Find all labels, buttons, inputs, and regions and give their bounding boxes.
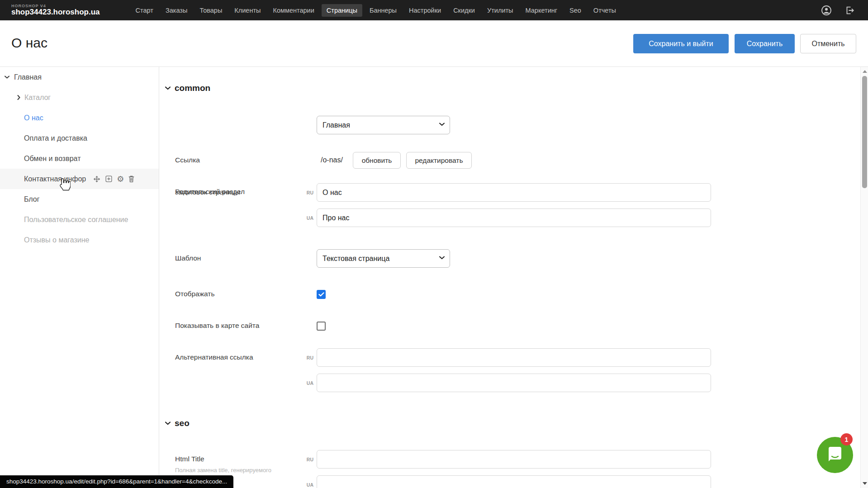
page-edit-form: common Родительский раздел Главная docum… — [160, 67, 860, 488]
nav-item-orders[interactable]: Заказы — [161, 4, 192, 17]
nav-item-banners[interactable]: Баннеры — [365, 4, 402, 17]
save-button[interactable]: Сохранить — [735, 34, 795, 53]
display-label: Отображать — [175, 290, 215, 298]
nav-item-comments[interactable]: Комментарии — [268, 4, 319, 17]
link-refresh-button[interactable]: обновить — [353, 152, 401, 169]
tree-item-oplata[interactable]: Оплата и доставка — [0, 128, 159, 148]
link-path-value: /o-nas/ — [321, 156, 343, 164]
alt-link-ua-input[interactable] — [317, 374, 711, 392]
tree-item-label: Контактная инфор — [24, 175, 86, 183]
nav-item-utilities[interactable]: Утилиты — [482, 4, 518, 17]
nav-item-seo[interactable]: Seo — [564, 4, 586, 17]
sitemap-checkbox[interactable] — [317, 322, 326, 331]
html-title-ru-input[interactable] — [317, 450, 711, 469]
tree-item-label: Оплата и доставка — [24, 134, 87, 142]
alt-link-ru-input[interactable] — [317, 348, 711, 367]
chevron-down-icon[interactable] — [4, 76, 10, 79]
top-nav-bar: HOROSHOP V4 shop34423.horoshop.ua Старт … — [0, 0, 868, 20]
nav-item-clients[interactable]: Клиенты — [229, 4, 266, 17]
move-icon[interactable] — [93, 175, 101, 183]
sitemap-label: Показывать в карте сайта — [175, 322, 259, 330]
chat-unread-badge: 1 — [840, 433, 853, 445]
nav-item-reports[interactable]: Отчеты — [588, 4, 621, 17]
tree-item-label: Каталог — [24, 94, 51, 102]
page-heading-ua-input[interactable] — [317, 208, 711, 227]
parent-section-select[interactable]: Главная — [317, 116, 450, 134]
link-label: Ссылка — [175, 156, 200, 164]
tree-item-label: Пользовательское соглашение — [24, 216, 128, 224]
nav-item-start[interactable]: Старт — [131, 4, 158, 17]
nav-item-pages[interactable]: Страницы — [322, 4, 362, 17]
lang-badge-ru: RU — [295, 355, 313, 360]
scrollbar-thumb[interactable] — [862, 76, 867, 188]
nav-item-discounts[interactable]: Скидки — [448, 4, 480, 17]
scroll-up-arrow-icon[interactable] — [863, 70, 867, 73]
section-title: common — [175, 83, 210, 93]
logout-icon[interactable] — [844, 5, 854, 15]
vertical-scrollbar[interactable] — [860, 67, 868, 488]
page-heading-label: заголовок страницы — [175, 188, 240, 196]
tree-item-label: Блог — [24, 195, 40, 204]
tree-item-otzyvy[interactable]: Отзывы о магазине — [0, 230, 159, 250]
cancel-button[interactable]: Отменить — [800, 34, 856, 53]
brand-shop-domain: shop34423.horoshop.ua — [11, 8, 100, 16]
nav-item-marketing[interactable]: Маркетинг — [521, 4, 563, 17]
tree-item-label: Главная — [14, 73, 42, 81]
display-checkbox[interactable] — [317, 290, 326, 299]
tree-item-obmen[interactable]: Обмен и возврат — [0, 148, 159, 169]
tree-item-glavnaya[interactable]: Главная — [0, 67, 159, 87]
page-header: О нас Сохранить и выйти Сохранить Отмени… — [0, 20, 868, 67]
main-menu: Старт Заказы Товары Клиенты Комментарии … — [131, 4, 621, 17]
html-title-label: Html Title — [175, 455, 204, 463]
template-label: Шаблон — [175, 254, 201, 262]
section-common-header[interactable]: common — [165, 83, 210, 93]
tree-item-katalog[interactable]: Каталог — [0, 87, 159, 108]
brand-logo[interactable]: HOROSHOP V4 shop34423.horoshop.ua — [11, 4, 100, 16]
template-select[interactable]: Текстовая страница — [317, 249, 450, 268]
save-and-exit-button[interactable]: Сохранить и выйти — [633, 34, 729, 53]
lang-badge-ru: RU — [295, 190, 313, 195]
chat-bubble-icon — [826, 446, 844, 464]
tree-item-label: О нас — [24, 114, 43, 122]
tree-item-blog[interactable]: Блог — [0, 189, 159, 209]
pages-tree-sidebar: Главная Каталог О нас Оплата и доставка … — [0, 67, 159, 488]
settings-gear-icon[interactable]: ⚙ — [117, 175, 124, 183]
chevron-right-icon[interactable] — [15, 95, 22, 100]
tree-item-label: Обмен и возврат — [24, 155, 81, 163]
page-heading-ru-input[interactable] — [317, 183, 711, 202]
tree-item-o-nas[interactable]: О нас — [0, 108, 159, 128]
tree-item-kontaktnaya[interactable]: Контактная инфор ⚙ — [0, 169, 159, 189]
tree-item-actions: ⚙ — [93, 175, 135, 183]
chevron-down-icon — [165, 86, 171, 90]
page-title: О нас — [11, 35, 47, 51]
chevron-down-icon — [165, 422, 171, 425]
scroll-down-arrow-icon[interactable] — [863, 482, 867, 485]
account-icon[interactable] — [821, 5, 832, 16]
delete-trash-icon[interactable] — [128, 175, 135, 183]
link-edit-button[interactable]: редактировать — [406, 152, 472, 169]
nav-item-settings[interactable]: Настройки — [404, 4, 446, 17]
html-title-ua-input[interactable] — [317, 475, 711, 488]
lang-badge-ua: UA — [295, 380, 313, 386]
alt-link-label: Альтернативная ссылка — [175, 353, 253, 361]
tree-item-label: Отзывы о магазине — [24, 236, 90, 244]
link-status-tooltip: shop34423.horoshop.ua/edit/edit.php?id=6… — [0, 475, 233, 488]
lang-badge-ru: RU — [295, 457, 313, 462]
tree-item-soglashenie[interactable]: Пользовательское соглашение — [0, 209, 159, 230]
lang-badge-ua: UA — [295, 482, 313, 488]
section-seo-header[interactable]: seo — [165, 418, 190, 428]
lang-badge-ua: UA — [295, 215, 313, 221]
html-title-hint: Полная замена title, генерируемого — [175, 467, 271, 474]
check-icon — [318, 292, 324, 297]
add-icon[interactable] — [105, 175, 113, 183]
nav-item-products[interactable]: Товары — [194, 4, 227, 17]
section-title: seo — [175, 418, 190, 428]
